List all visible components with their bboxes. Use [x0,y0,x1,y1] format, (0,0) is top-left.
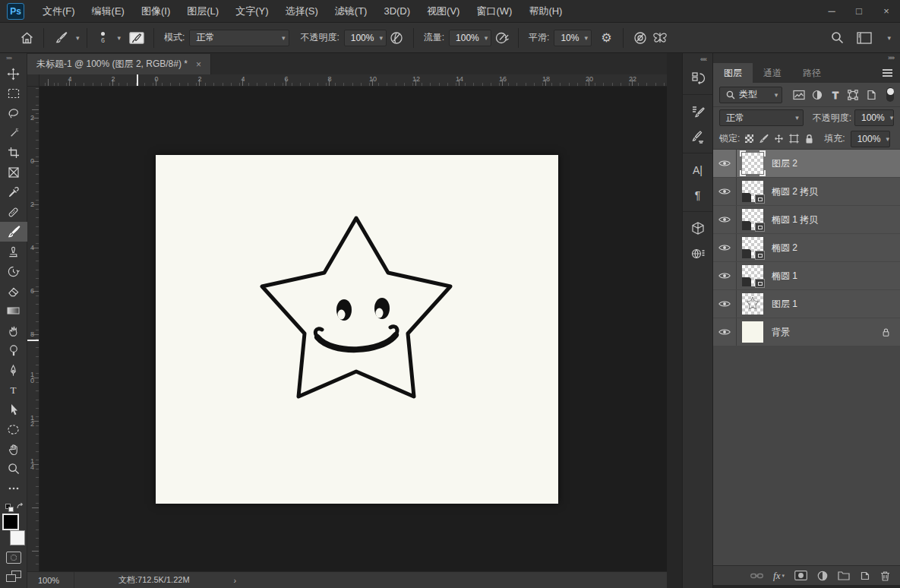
tool-frame[interactable] [0,163,27,182]
chevron-down-icon[interactable]: ▾ [76,34,80,42]
tool-dodge[interactable] [0,340,27,360]
menu-select[interactable]: 选择(S) [276,0,326,23]
new-layer-button[interactable] [860,571,870,581]
visibility-toggle[interactable] [713,262,737,289]
layer-blend-mode-select[interactable]: 正常 ▾ [719,109,804,126]
materials-panel-button[interactable] [683,241,713,266]
brushes-panel-button[interactable] [683,124,713,149]
tool-zoom[interactable] [0,459,27,479]
filter-pixel-button[interactable] [792,88,805,102]
canvas-viewport[interactable]: 2 0 2 4 6 8 10 12 14 [27,87,667,571]
layer-opacity-select[interactable]: 100% ▾ [854,109,894,126]
paragraph-panel-button[interactable]: ¶ [683,182,713,207]
add-mask-button[interactable] [794,571,807,580]
layer-name[interactable]: 背景 [772,326,790,339]
workspace-button[interactable] [854,29,874,47]
tool-spot-healing[interactable] [0,202,27,222]
maximize-button[interactable]: □ [845,0,873,23]
link-layers-button[interactable] [750,571,763,580]
tool-smudge[interactable] [0,321,27,340]
lock-artboard-icon[interactable] [789,134,799,144]
menu-3d[interactable]: 3D(D) [375,0,418,23]
filter-toggle-switch[interactable] [886,87,894,102]
tool-clone-stamp[interactable] [0,242,27,261]
filter-smart-object-button[interactable] [865,88,878,102]
dock-divider[interactable] [667,53,682,588]
quick-mask-button[interactable] [6,552,21,564]
lock-all-icon[interactable] [804,134,814,144]
airbrush-button[interactable] [491,29,511,47]
expand-panels-chevrons[interactable]: «« [700,53,712,65]
tool-type[interactable]: T [0,380,27,400]
layer-row[interactable]: 图层 2 [713,150,900,177]
filter-type-select[interactable]: 类型 ▾ [719,87,782,103]
history-panel-button[interactable] [683,65,713,90]
flow-select[interactable]: 100% ▾ [449,30,491,46]
smoothing-options-button[interactable]: ⚙ [596,29,616,47]
opacity-select[interactable]: 100% ▾ [344,30,387,46]
layer-row[interactable]: 背景 [713,318,900,346]
document-tab[interactable]: 未标题-1 @ 100% (图层 2, RGB/8#) * × [27,54,211,74]
layer-thumbnail[interactable] [742,321,763,343]
menu-window[interactable]: 窗口(W) [468,0,520,23]
menu-edit[interactable]: 编辑(E) [84,0,133,23]
tab-close-icon[interactable]: × [196,59,201,70]
brush-tool-preset[interactable] [51,29,71,47]
tool-more[interactable] [0,479,27,498]
tool-brush[interactable] [0,222,27,242]
tool-hand[interactable] [0,439,27,459]
minimize-button[interactable]: ─ [818,0,845,23]
layer-row[interactable]: 椭圆 1 [713,262,900,289]
blend-mode-select[interactable]: 正常 ▾ [189,30,289,46]
brush-size-preview[interactable]: 6 [94,32,112,44]
tool-magic-wand[interactable] [0,123,27,143]
lock-transparency-icon[interactable] [745,134,753,143]
home-button[interactable] [17,29,36,47]
tool-eyedropper[interactable] [0,182,27,202]
collapse-panels-chevrons[interactable]: »» [713,53,900,63]
layer-name[interactable]: 图层 2 [772,157,797,170]
new-group-button[interactable] [838,571,850,580]
zoom-level-field[interactable]: 100% [27,572,74,588]
panel-menu-button[interactable] [883,63,892,83]
swap-colors-icon[interactable] [16,502,24,511]
close-button[interactable]: × [873,0,900,23]
tool-move[interactable] [0,64,27,84]
layer-name[interactable]: 椭圆 2 [772,242,797,254]
tool-lasso[interactable] [0,103,27,123]
tool-history-brush[interactable] [0,261,27,281]
chevron-down-icon[interactable]: ▾ [118,34,122,42]
tool-crop[interactable] [0,143,27,163]
layer-style-button[interactable]: fx▾ [773,570,785,582]
layer-name[interactable]: 椭圆 1 [772,270,797,283]
menu-image[interactable]: 图像(I) [133,0,178,23]
foreground-color-swatch[interactable] [2,514,19,530]
brush-settings-panel-button[interactable] [683,99,713,124]
menu-type[interactable]: 文字(Y) [227,0,276,23]
visibility-toggle[interactable] [713,234,737,261]
visibility-toggle[interactable] [713,150,737,177]
visibility-toggle[interactable] [713,318,737,346]
lock-pixels-icon[interactable] [759,134,769,144]
tab-layers[interactable]: 图层 [713,63,753,83]
canvas[interactable] [156,155,558,504]
toolbar-collapse-chevrons[interactable]: »» [0,53,11,64]
visibility-toggle[interactable] [713,206,737,233]
toggle-brush-settings-button[interactable] [127,29,147,47]
3d-panel-button[interactable] [683,216,713,241]
filter-type-layers-button[interactable]: T [829,88,842,102]
menu-filter[interactable]: 滤镜(T) [327,0,376,23]
layer-name[interactable]: 椭圆 2 拷贝 [772,185,818,198]
menu-file[interactable]: 文件(F) [34,0,84,23]
visibility-toggle[interactable] [713,290,737,318]
smoothing-select[interactable]: 10% ▾ [554,30,592,46]
tool-ellipse-shape[interactable] [0,419,27,439]
ruler-origin-corner[interactable] [27,74,39,86]
layer-name[interactable]: 椭圆 1 拷贝 [772,213,818,226]
tool-gradient[interactable] [0,301,27,321]
filter-adjustment-button[interactable] [810,88,823,102]
layer-thumbnail[interactable] [742,153,763,174]
status-options-chevron[interactable]: › [234,576,237,585]
size-pressure-button[interactable] [630,29,650,47]
tab-paths[interactable]: 路径 [792,63,832,83]
